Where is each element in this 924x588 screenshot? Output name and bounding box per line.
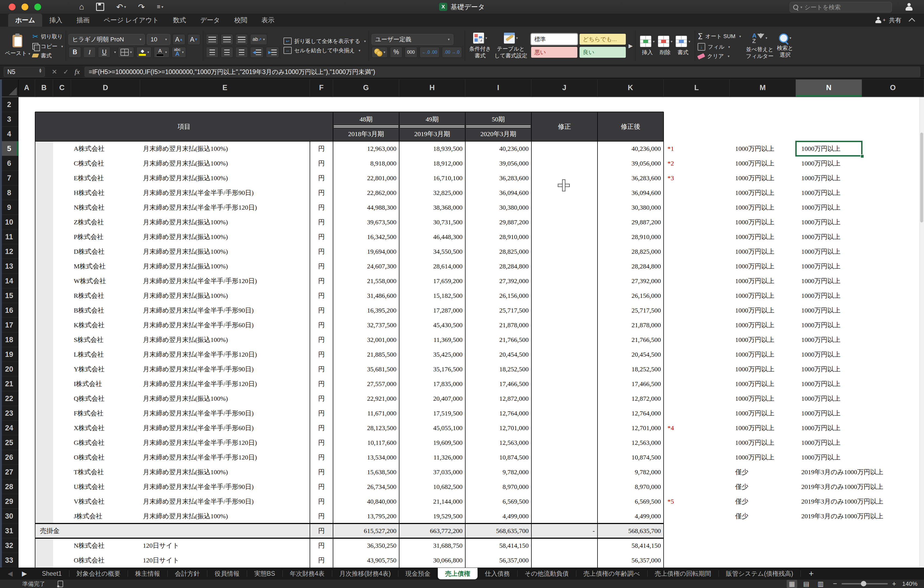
cell-G27[interactable]: 15,638,500 [333, 465, 399, 479]
cell-K32[interactable]: 58,414,150 [597, 538, 663, 553]
cell-D8[interactable]: H株式会社 [71, 185, 140, 200]
cell-K26[interactable]: 10,874,500 [597, 450, 663, 465]
cell-I29[interactable]: 6,569,500 [465, 494, 531, 509]
cell-style-neutral[interactable]: どちらでも... [579, 34, 626, 45]
paste-button[interactable]: ペースト▾ [5, 35, 30, 57]
row-header-24[interactable]: 24 [0, 421, 18, 435]
cell-N15[interactable]: 1000万円以上 [799, 288, 924, 303]
cell-K27[interactable]: 9,782,000 [597, 465, 663, 479]
cell-H25[interactable]: 19,609,500 [399, 435, 465, 450]
font-name-select[interactable]: ヒラギノ明朝 ProN▾ [69, 34, 145, 45]
cell-F15[interactable]: 円 [310, 288, 333, 303]
underline-button[interactable]: U [98, 47, 111, 58]
sheet-tab-4[interactable]: 役員情報 [207, 568, 247, 579]
cell-N24[interactable]: 1000万円以上 [799, 421, 924, 435]
cell-grid[interactable]: 項目48期2018年3月期49期2019年3月期50期2020年3月期修正修正後… [18, 97, 924, 568]
sheet-tab-14[interactable]: 販管システム(債権残高) [719, 568, 800, 579]
ribbon-tab-0[interactable]: ホーム [8, 13, 42, 27]
cell-D22[interactable]: Q株式会社 [71, 391, 140, 406]
cell-G11[interactable]: 16,342,500 [333, 230, 399, 244]
cell-G7[interactable]: 22,801,000 [333, 171, 399, 185]
column-header-G[interactable]: G [333, 79, 399, 97]
cell-N9[interactable]: 1000万円以上 [799, 200, 924, 215]
cell-G12[interactable]: 19,694,000 [333, 244, 399, 259]
bold-button[interactable]: B [69, 47, 81, 58]
cell-E6[interactable]: 月末締め翌月末払(振込100%) [140, 156, 310, 171]
cell-F13[interactable]: 円 [310, 259, 333, 274]
cell-N13[interactable]: 1000万円以上 [799, 259, 924, 274]
cell-H16[interactable]: 17,287,000 [399, 303, 465, 318]
cell-G30[interactable]: 13,795,200 [333, 509, 399, 524]
cell-H29[interactable]: 21,144,000 [399, 494, 465, 509]
cell-I24[interactable]: 12,701,000 [465, 421, 531, 435]
ribbon-tab-1[interactable]: 挿入 [42, 13, 69, 27]
cell-I14[interactable]: 27,392,000 [465, 274, 531, 288]
cell-K11[interactable]: 28,910,000 [597, 230, 663, 244]
sheet-nav-right-icon[interactable]: ▶ [22, 570, 26, 577]
cell-I32[interactable]: 58,414,150 [465, 538, 531, 553]
cell-G23[interactable]: 11,671,000 [333, 406, 399, 421]
cell-F33[interactable]: 円 [310, 553, 333, 568]
cell-G10[interactable]: 39,673,500 [333, 215, 399, 230]
align-top-button[interactable] [206, 34, 218, 45]
cell-M9[interactable]: 1000万円以上 [733, 200, 796, 215]
cell-G21[interactable]: 27,557,000 [333, 377, 399, 391]
cell-K31[interactable]: 568,635,700 [597, 524, 663, 538]
add-sheet-button[interactable]: + [800, 568, 822, 579]
row-header-27[interactable]: 27 [0, 465, 18, 479]
cell-H5[interactable]: 18,939,500 [399, 141, 465, 156]
cell-G9[interactable]: 44,988,300 [333, 200, 399, 215]
fill-handle[interactable] [860, 154, 864, 158]
cell-E28[interactable]: 月末締め翌月末払(半金半手/手形90日) [140, 479, 310, 494]
cell-H22[interactable]: 20,407,000 [399, 391, 465, 406]
font-color-button[interactable]: A▾ [154, 47, 170, 58]
align-middle-button[interactable] [221, 34, 233, 45]
cell-F23[interactable]: 円 [310, 406, 333, 421]
row-header-20[interactable]: 20 [0, 362, 18, 377]
percent-button[interactable]: % [390, 47, 403, 58]
cell-N29[interactable]: 2019年3月のみ1000万円以上 [799, 494, 924, 509]
cell-D13[interactable]: M株式会社 [71, 259, 140, 274]
cell-F26[interactable]: 円 [310, 450, 333, 465]
cell-F8[interactable]: 円 [310, 185, 333, 200]
cell-F7[interactable]: 円 [310, 171, 333, 185]
clear-format-button[interactable]: abcA▾ [172, 47, 186, 58]
cell-K5[interactable]: 40,236,000 [597, 141, 663, 156]
currency-button[interactable]: ▾ [372, 47, 388, 58]
zoom-in-button[interactable]: + [892, 580, 896, 588]
zoom-out-button[interactable]: − [833, 580, 837, 588]
cell-K21[interactable]: 17,466,500 [597, 377, 663, 391]
align-left-button[interactable] [206, 47, 218, 58]
page-break-view-button[interactable]: ▥ [815, 580, 826, 588]
cell-D20[interactable]: Y株式会社 [71, 362, 140, 377]
column-header-A[interactable]: A [18, 79, 35, 97]
cell-H8[interactable]: 32,825,000 [399, 185, 465, 200]
cell-N17[interactable]: 1000万円以上 [799, 318, 924, 332]
cell-N14[interactable]: 1000万円以上 [799, 274, 924, 288]
sheet-tab-0[interactable]: Sheet1 [35, 568, 69, 579]
save-icon[interactable] [96, 3, 104, 11]
cell-D19[interactable]: L株式会社 [71, 347, 140, 362]
cell-G15[interactable]: 31,486,600 [333, 288, 399, 303]
cell-G33[interactable]: 43,905,750 [333, 553, 399, 568]
cell-I10[interactable]: 29,887,200 [465, 215, 531, 230]
row-header-2[interactable]: 2 [0, 97, 18, 112]
cell-M16[interactable]: 1000万円以上 [733, 303, 796, 318]
cut-button[interactable]: ✂切り取り [32, 32, 63, 41]
delete-cells-button[interactable]: ▾ 削除 [658, 36, 673, 56]
cell-M24[interactable]: 1000万円以上 [733, 421, 796, 435]
sheet-tab-3[interactable]: 会計方針 [167, 568, 207, 579]
vertical-scrollbar[interactable] [919, 97, 924, 568]
cell-E21[interactable]: 月末締め翌月末払(半金半手/手形120日) [140, 377, 310, 391]
cell-H18[interactable]: 11,369,500 [399, 332, 465, 347]
cell-E9[interactable]: 月末締め翌月末払(半金半手/手形120日) [140, 200, 310, 215]
cell-F28[interactable]: 円 [310, 479, 333, 494]
cell-G24[interactable]: 28,123,500 [333, 421, 399, 435]
decrease-indent-button[interactable]: ◂ [250, 47, 264, 58]
cell-D32[interactable]: N株式会社 [71, 538, 140, 553]
cell-I18[interactable]: 21,766,500 [465, 332, 531, 347]
cell-G18[interactable]: 32,001,000 [333, 332, 399, 347]
cell-N6[interactable]: 1000万円以上 [799, 156, 924, 171]
close-window-button[interactable] [9, 3, 15, 10]
increase-font-button[interactable]: A▲ [173, 34, 185, 45]
